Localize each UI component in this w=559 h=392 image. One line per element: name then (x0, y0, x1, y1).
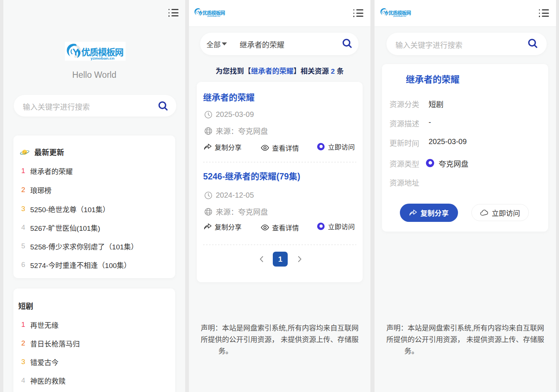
svg-text:yzmoban.cn: yzmoban.cn (91, 56, 114, 60)
svg-text:yzmoban.cn: yzmoban.cn (393, 15, 406, 17)
svg-text:优质模板网: 优质模板网 (81, 47, 124, 57)
svg-text:yzmoban.cn: yzmoban.cn (207, 15, 220, 17)
